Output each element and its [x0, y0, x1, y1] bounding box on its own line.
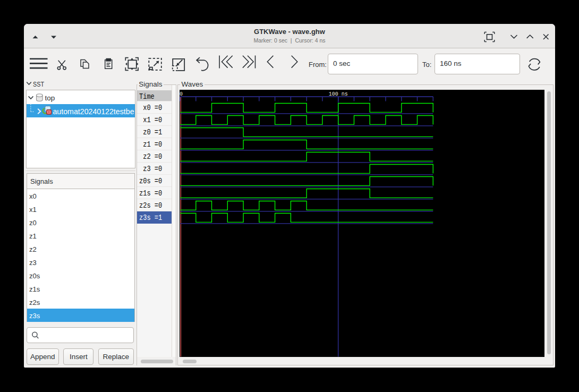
- svg-text:0: 0: [180, 91, 183, 97]
- svg-text:100 ns: 100 ns: [328, 91, 347, 97]
